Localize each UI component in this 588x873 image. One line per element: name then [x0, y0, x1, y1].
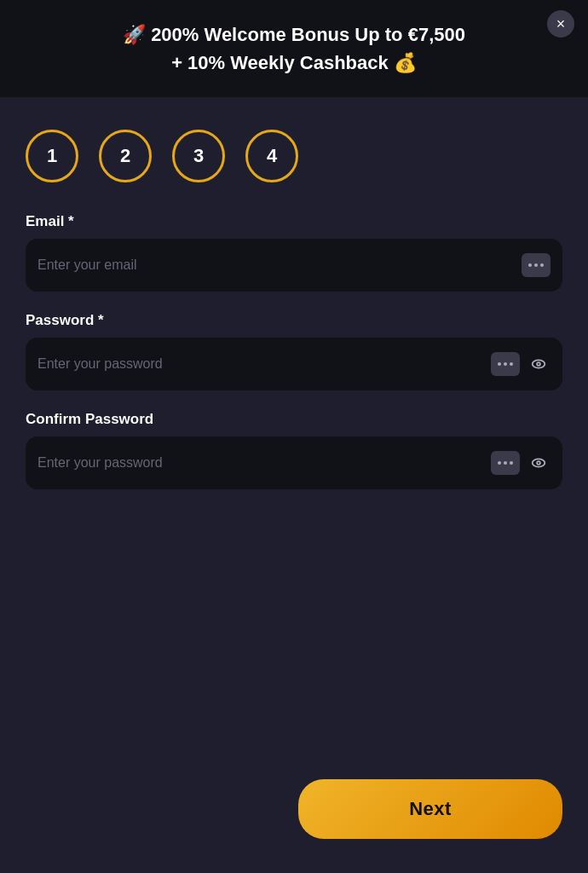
toggle-confirm-password-icon[interactable] — [527, 451, 551, 475]
confirm-password-input[interactable] — [37, 436, 484, 489]
email-input-icon — [522, 253, 551, 277]
password-field-group: Password * — [26, 312, 562, 390]
close-icon: × — [556, 15, 566, 33]
password-label: Password * — [26, 312, 562, 329]
svg-point-3 — [537, 461, 540, 465]
svg-point-1 — [537, 362, 540, 366]
step-3[interactable]: 3 — [172, 130, 225, 182]
email-input[interactable] — [37, 239, 515, 292]
banner-line1: 🚀 200% Welcome Bonus Up to €7,500 — [26, 20, 562, 49]
close-button[interactable]: × — [547, 10, 574, 38]
password-input[interactable] — [37, 338, 484, 390]
banner-line2: + 10% Weekly Cashback 💰 — [26, 49, 562, 77]
step-4[interactable]: 4 — [245, 130, 298, 182]
email-input-wrapper — [26, 239, 562, 292]
toggle-password-icon[interactable] — [527, 352, 551, 376]
password-input-wrapper — [26, 338, 562, 390]
step-1[interactable]: 1 — [26, 130, 78, 182]
dots-icon-password — [491, 352, 520, 376]
dots-icon-email — [522, 253, 551, 277]
confirm-password-input-icon — [491, 451, 551, 475]
svg-point-0 — [533, 360, 545, 367]
form-area: 1 2 3 4 Email * P — [0, 104, 588, 873]
confirm-password-label: Confirm Password — [26, 411, 562, 428]
confirm-password-field-group: Confirm Password — [26, 411, 562, 489]
promo-banner: 🚀 200% Welcome Bonus Up to €7,500 + 10% … — [0, 0, 588, 97]
steps-indicator: 1 2 3 4 — [26, 130, 562, 182]
password-input-icon — [491, 352, 551, 376]
step-2[interactable]: 2 — [99, 130, 152, 182]
svg-point-2 — [533, 459, 545, 466]
dots-icon-confirm — [491, 451, 520, 475]
email-label: Email * — [26, 213, 562, 230]
registration-modal: × 🚀 200% Welcome Bonus Up to €7,500 + 10… — [0, 0, 588, 873]
email-field-group: Email * — [26, 213, 562, 292]
confirm-password-input-wrapper — [26, 436, 562, 489]
next-button[interactable]: Next — [298, 779, 562, 839]
